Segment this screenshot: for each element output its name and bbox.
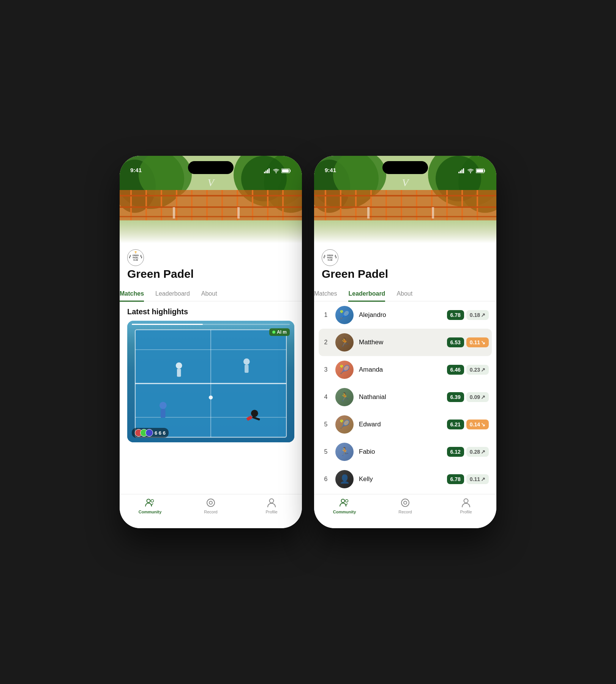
video-progress[interactable] [132,324,290,325]
nav-community-label-right: Community [333,510,356,514]
score-main-nathanial: 6.39 [447,392,464,402]
score-main-kelly: 6.78 [447,474,464,484]
nav-community-label: Community [139,510,162,514]
status-icons [264,168,291,173]
svg-text:PADEL: PADEL [133,257,139,259]
tab-leaderboard[interactable]: Leaderboard [155,287,197,301]
section-title: Latest highlights [127,307,294,316]
leaderboard-row-fabio: 5 🏃 Fabio 6.12 0.28 [314,438,496,466]
tabs-bar-right: Matches Leaderboard About [314,287,496,301]
player-name-alejandro: Alejandro [359,311,442,319]
svg-text:V: V [402,177,409,188]
rank-2: 2 [322,339,330,346]
svg-text:🏆: 🏆 [134,251,137,254]
svg-text:GREEN: GREEN [327,255,333,256]
nav-community[interactable]: Community [120,497,180,514]
dynamic-island-right [382,161,428,174]
rank-6: 6 [322,476,330,483]
svg-rect-46 [245,365,248,373]
club-header: 🏆 GREEN PADEL CLUB [120,243,302,287]
tab-about-right[interactable]: About [396,287,420,301]
tab-about[interactable]: About [201,287,225,301]
video-player[interactable]: AI m 6 6 6 [127,321,294,442]
record-icon-right [400,497,411,508]
svg-text:CLUB: CLUB [133,259,138,261]
nav-profile-label: Profile [265,510,277,514]
svg-point-95 [346,500,348,502]
score-delta-matthew: 0.11 [466,337,489,347]
rank-1: 1 [322,312,330,318]
score-badges-matthew: 6.53 0.11 [447,337,489,347]
leaderboard-row: 1 🎾 Alejandro 6.78 0.18 [314,301,496,329]
avatar-kelly: 👤 [335,470,354,488]
wifi-icon-right [468,169,474,173]
bottom-nav: Community Record [120,494,302,528]
nav-community-right[interactable]: Community [314,497,375,514]
score-badges-fabio: 6.12 0.28 [447,447,489,457]
score-main-amanda: 6.46 [447,365,464,375]
tab-matches[interactable]: Matches [120,287,152,301]
bottom-nav-right: Community Record [314,494,496,528]
score-delta-kelly: 0.11 [466,474,489,484]
tab-matches-right[interactable]: Matches [314,287,344,301]
svg-rect-48 [161,409,166,418]
status-time: 9:41 [130,167,142,173]
profile-icon [266,497,277,508]
leaderboard-row-amanda: 3 🎾 Amanda 6.46 0.23 [314,356,496,383]
rank-3: 3 [322,366,330,373]
svg-rect-59 [458,172,460,173]
dynamic-island [188,161,234,174]
leaderboard-row-highlighted: 2 🏃 Matthew 6.53 0.11 [319,329,492,356]
club-name-right: Green Padel [322,268,489,280]
svg-point-43 [176,363,182,369]
record-icon [205,497,216,508]
ai-badge: AI m [269,328,290,336]
rank-5a: 5 [322,421,330,428]
avatar-edward: 🎾 [335,415,354,434]
svg-point-56 [207,499,215,507]
nav-record-right[interactable]: Record [375,497,436,514]
community-icon [145,497,155,508]
nav-record[interactable]: Record [180,497,241,514]
svg-rect-88 [367,207,370,218]
profile-icon-right [461,497,471,508]
svg-rect-5 [282,169,289,173]
phone-right: 9:41 [314,156,496,528]
rank-5b: 5 [322,448,330,455]
viewer-avatars [135,429,153,437]
player-name-edward: Edward [359,421,442,428]
club-logo-row-right: GREEN PADEL CLUB [322,249,489,266]
svg-rect-61 [461,169,463,173]
phone-left: 9:41 [120,156,302,528]
svg-point-55 [151,500,154,502]
score-badges-nathanial: 6.39 0.09 [447,392,489,402]
tab-leaderboard-right[interactable]: Leaderboard [348,287,393,301]
club-logo: 🏆 GREEN PADEL CLUB [127,249,144,266]
svg-rect-64 [477,169,483,173]
leaderboard-row-matthew: 2 🏃 Matthew 6.53 0.11 [319,329,492,356]
club-name: Green Padel [127,268,294,280]
svg-rect-3 [269,168,270,173]
nav-record-label: Record [204,510,217,514]
nav-profile-right[interactable]: Profile [436,497,496,514]
svg-point-94 [341,499,345,503]
tabs-bar: Matches Leaderboard About [120,287,302,301]
score-main-fabio: 6.12 [447,447,464,457]
score-badges-kelly: 6.78 0.11 [447,474,489,484]
svg-text:CLUB: CLUB [328,259,333,261]
nav-profile-label-right: Profile [460,510,472,514]
viewer-count: 6 6 6 [132,428,169,438]
leaderboard-row-kelly: 6 👤 Kelly 6.78 0.11 [314,466,496,493]
player-name-kelly: Kelly [359,475,442,483]
svg-point-53 [272,331,275,334]
svg-point-96 [401,499,409,507]
main-content-right: GREEN PADEL CLUB Green Padel [314,243,496,528]
svg-point-49 [251,410,258,417]
svg-rect-29 [173,207,175,218]
nav-profile[interactable]: Profile [241,497,302,514]
leaderboard-row-edward: 5 🎾 Edward 6.21 0.14 [314,411,496,438]
svg-point-57 [209,501,212,504]
battery-icon [281,168,291,173]
score-badges-alejandro: 6.78 0.18 [447,310,489,320]
battery-icon-right [476,168,486,173]
